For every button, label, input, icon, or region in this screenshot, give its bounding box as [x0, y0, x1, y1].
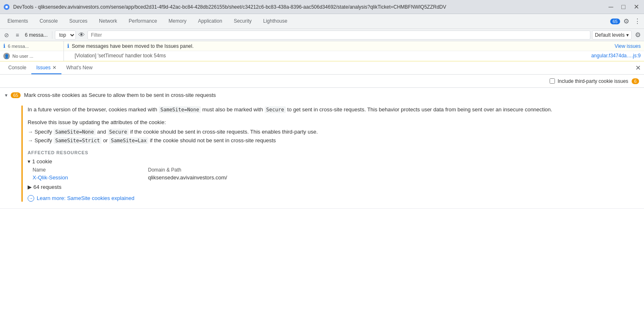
title-bar: DevTools - qliksensedev.avivainvestors.c…	[0, 0, 644, 14]
view-issues-link[interactable]: View issues	[615, 43, 641, 49]
affected-label: AFFECTED RESOURCES	[28, 150, 637, 155]
info-text: Some messages have been moved to the Iss…	[72, 43, 612, 49]
toolbar: ⊘ ≡ 6 messa... top 👁 Default levels ▾ ⚙	[0, 29, 644, 41]
no-user-label: No user ...	[12, 54, 33, 59]
third-party-checkbox[interactable]	[550, 78, 555, 84]
chevron-down-icon: ▾	[5, 92, 7, 98]
tab-console[interactable]: Console	[34, 14, 63, 28]
tab-network[interactable]: Network	[93, 14, 123, 28]
cookie-domain: qliksensedev.avivainvestors.com/	[148, 174, 227, 181]
learn-more-section: → Learn more: SameSite cookies explained	[28, 195, 637, 202]
tab-elements[interactable]: Elements	[2, 14, 34, 28]
levels-dropdown[interactable]: Default levels ▾	[592, 31, 632, 40]
learn-more-icon: →	[28, 195, 34, 202]
step1-code2: Secure	[108, 129, 129, 135]
col-domain-header: Domain & Path	[148, 167, 181, 173]
tab-lighthouse[interactable]: Lighthouse	[257, 14, 293, 28]
step2-code2: SameSite=Lax	[109, 137, 148, 144]
tab-security[interactable]: Security	[228, 14, 257, 28]
issue-step-1: → Specify SameSite=None and Secure if th…	[28, 129, 637, 135]
chrome-icon	[3, 4, 10, 10]
info-full-message: ℹ Some messages have been moved to the I…	[64, 41, 644, 51]
window-controls: ─ □ ✕	[607, 3, 641, 11]
tab-performance[interactable]: Performance	[123, 14, 163, 28]
window-title: DevTools - qliksensedev.avivainvestors.c…	[13, 4, 604, 10]
cookie-name-link[interactable]: X-Qlik-Session	[33, 174, 148, 181]
step2-code1: SameSite=Strict	[54, 137, 101, 144]
secure-code: Secure	[265, 106, 286, 113]
message-count-label: 6 messa...	[8, 44, 60, 49]
learn-more-link[interactable]: Learn more: SameSite cookies explained	[37, 195, 134, 201]
cookie-table: Name Domain & Path X-Qlik-Session qlikse…	[33, 167, 637, 181]
info-message-row: ℹ 6 messa...	[0, 41, 63, 51]
user-icon: 👤	[3, 53, 10, 59]
chevron-right-icon: ▶	[28, 184, 32, 190]
step1-code1: SameSite=None	[54, 129, 96, 135]
info-icon-2: ℹ	[67, 43, 69, 49]
sub-tab-issues[interactable]: Issues ✕	[31, 61, 61, 74]
tab-bar-right: 65 ⚙ ⋮	[610, 16, 642, 28]
affected-resources-section: AFFECTED RESOURCES ▾ 1 cookie Name Domai…	[28, 150, 637, 190]
issue-group-cookies: ▾ 65 Mark cross-site cookies as Secure t…	[0, 88, 644, 209]
tab-bar: Elements Console Sources Network Perform…	[0, 14, 644, 29]
issue-header[interactable]: ▾ 65 Mark cross-site cookies as Secure t…	[0, 88, 644, 102]
maximize-button[interactable]: □	[620, 3, 627, 11]
issues-tab-close[interactable]: ✕	[52, 65, 56, 71]
issue-step-2: → Specify SameSite=Strict or SameSite=La…	[28, 137, 637, 144]
sub-tab-whats-new[interactable]: What's New	[61, 61, 98, 74]
violation-message: [Violation] 'setTimeout' handler took 54…	[64, 51, 644, 60]
col-name-header: Name	[33, 167, 148, 173]
messages-badge: 65	[610, 19, 620, 24]
chevron-down-icon: ▾	[626, 32, 629, 38]
cookie-toggle[interactable]: ▾ 1 cookie	[28, 158, 637, 165]
cookie-group: ▾ 1 cookie Name Domain & Path X-Qlik-Ses…	[28, 158, 637, 181]
third-party-checkbox-label[interactable]: Include third-party cookie issues	[550, 78, 628, 84]
filter-input[interactable]	[87, 31, 590, 40]
chevron-down-icon-2: ▾	[28, 158, 31, 165]
messages-icon[interactable]: ≡	[13, 31, 21, 39]
panel-close-button[interactable]: ✕	[635, 64, 641, 72]
issue-count-badge: 65	[11, 92, 21, 98]
issues-toolbar: Include third-party cookie issues 6	[0, 75, 644, 88]
violation-text: [Violation] 'setTimeout' handler took 54…	[75, 53, 166, 59]
samesite-none-code: SameSite=None	[159, 106, 201, 113]
sub-tab-bar: Console Issues ✕ What's New ✕	[0, 61, 644, 75]
svg-point-1	[5, 6, 8, 8]
sub-tab-console[interactable]: Console	[3, 61, 31, 74]
issues-warning-badge: 6	[632, 78, 639, 84]
cookie-table-header: Name Domain & Path	[33, 167, 637, 173]
arrow-icon-2: →	[28, 137, 33, 144]
violation-row: 👤 No user ...	[0, 51, 63, 61]
message-area: ℹ 6 messa... 👤 No user ... ℹ Some messag…	[0, 41, 644, 61]
sub-tab-right: ✕	[635, 64, 641, 72]
close-button[interactable]: ✕	[632, 3, 641, 11]
issue-body: In a future version of the browser, cook…	[0, 102, 644, 208]
issue-resolve-text: Resolve this issue by updating the attri…	[28, 119, 637, 125]
info-icon: ℹ	[3, 43, 5, 49]
tab-memory[interactable]: Memory	[163, 14, 192, 28]
issue-description: In a future version of the browser, cook…	[28, 106, 637, 114]
issue-detail: In a future version of the browser, cook…	[21, 106, 637, 202]
issues-content: ▾ 65 Mark cross-site cookies as Secure t…	[0, 88, 644, 322]
back-forward-icon[interactable]: ⊘	[2, 31, 12, 39]
requests-toggle[interactable]: ▶ 64 requests	[28, 184, 637, 190]
settings-icon[interactable]: ⚙	[622, 16, 631, 27]
tab-application[interactable]: Application	[192, 14, 228, 28]
minimize-button[interactable]: ─	[607, 3, 615, 11]
toolbar-settings-icon[interactable]: ⚙	[633, 29, 642, 40]
eye-icon[interactable]: 👁	[78, 31, 86, 40]
violation-file-link[interactable]: angular.f3474da….js:9	[591, 53, 641, 59]
more-options-icon[interactable]: ⋮	[632, 16, 642, 27]
arrow-icon-1: →	[28, 129, 33, 135]
tab-sources[interactable]: Sources	[63, 14, 93, 28]
context-selector[interactable]: top	[55, 31, 76, 40]
issue-title: Mark cross-site cookies as Secure to all…	[24, 92, 216, 98]
cookie-row: X-Qlik-Session qliksensedev.avivainvesto…	[33, 174, 637, 181]
message-count[interactable]: 6 messa...	[23, 32, 49, 38]
